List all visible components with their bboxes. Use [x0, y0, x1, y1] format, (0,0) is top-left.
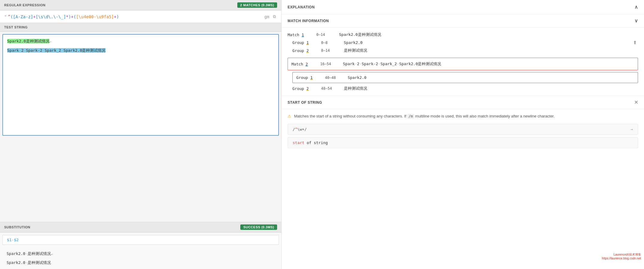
regex-caret: ^ — [8, 14, 10, 19]
watermark-line-1: Laurence的技术博客 — [602, 253, 641, 257]
sub-dollar-1: $1 — [7, 238, 12, 242]
group-1-2-row: Group 2 8–14 是种测试情况 — [288, 46, 633, 55]
match-2-label: Match 2 — [291, 62, 315, 66]
group-1-1-value: Spark2.0 — [344, 40, 363, 45]
group-1-1-row: Group 1 0–8 Spark2.0 — [288, 39, 633, 46]
sub-dollar-2: $2 — [14, 238, 19, 242]
match-1-label: Match 1 — [288, 33, 312, 37]
group-2-2-row: Group 2 48–54 是种测试情况 — [288, 84, 638, 93]
sub-output: Spark2.0·是种测试情况↵ Spark2.0·是种测试情况 — [0, 247, 281, 269]
match-info-label: MATCH INFORMATION — [288, 19, 329, 23]
match-1-value: Spark2.0是种测试情况 — [339, 32, 381, 37]
explanation-label: EXPLANATION — [288, 5, 315, 9]
sub-section-label: SUBSTITUTION — [4, 225, 30, 229]
regex-unicode: [\u4e00-\u9fa5] — [76, 14, 114, 19]
test-line-2: Spark·2·Spark-2·Spark_2·Spark2.0是种测试情况 — [7, 47, 274, 54]
group-2-1-range: 40–48 — [325, 76, 343, 80]
sos-content: ⚠ Matches the start of a string without … — [282, 109, 644, 152]
sub-header: SUBSTITUTION success (0.3ms) — [0, 222, 281, 233]
sub-section: SUBSTITUTION success (0.3ms) $1·$2 Spark… — [0, 222, 281, 269]
sub-output-line-1: Spark2.0·是种测试情况↵ — [7, 250, 275, 257]
regex-open-quote: " — [4, 14, 7, 19]
regex-section: REGULAR EXPRESSION 2 matches (0.3ms) " ^… — [0, 0, 281, 23]
match-2-range: 16–54 — [320, 62, 338, 66]
watermark: Laurence的技术博客 https://laurence.blog.csdn… — [602, 253, 641, 260]
match-2-value: Spark·2·Spark-2·Spark_2·Spark2.0是种测试情况 — [343, 61, 441, 67]
regex-bracket-2: [\s\d\.\-\_] — [36, 14, 66, 19]
right-panel: EXPLANATION ∧ MATCH INFORMATION ∨ Match … — [281, 0, 644, 269]
match-info-header: MATCH INFORMATION ∨ — [282, 14, 644, 27]
left-panel: REGULAR EXPRESSION 2 matches (0.3ms) " ^… — [0, 0, 281, 269]
sos-code-inline: /m — [407, 114, 414, 119]
regex-paren-open-2: ( — [74, 14, 76, 19]
group-1-2-range: 8–14 — [321, 48, 339, 53]
sos-header: START OF STRING ✕ — [282, 96, 644, 109]
group-1-1-label: Group 1 — [292, 40, 316, 45]
regex-paren-close-2: ) — [116, 14, 119, 19]
test-line-empty — [7, 45, 274, 47]
sos-close-icon[interactable]: ✕ — [634, 100, 638, 105]
sos-label: START OF STRING — [288, 100, 322, 105]
regex-input-row: " ^([A-Za-z]+[\s\d\.\-\_]*)+([\u4e00-\u9… — [0, 10, 281, 23]
match-badge: 2 matches (0.3ms) — [237, 2, 277, 8]
test-content[interactable]: Spark2.0是种测试情况↵ Spark·2·Spark-2·Spark_2·… — [2, 34, 279, 136]
sos-desc-1: Matches the start of a string without co… — [294, 114, 408, 118]
regex-header: REGULAR EXPRESSION 2 matches (0.3ms) — [0, 0, 281, 10]
sos-example-text: of string — [307, 140, 328, 145]
match-info-container: MATCH INFORMATION ∨ Match 1 0–14 Spark2.… — [282, 14, 644, 96]
sub-output-line-2: Spark2.0·是种测试情况 — [7, 259, 275, 266]
group-1-2-label: Group 2 — [292, 48, 316, 53]
group-2-1-row: Group 1 40–48 Spark2.0 — [296, 74, 634, 81]
match-2-highlight: Spark·2·Spark-2·Spark_2·Spark2.0是种测试情况 — [7, 48, 106, 53]
regex-star-1: * — [66, 14, 68, 19]
match-1-range: 0–14 — [316, 33, 334, 37]
group-2-2-label: Group 2 — [292, 86, 316, 91]
group-2-2-value: 是种测试情况 — [344, 86, 367, 91]
sos-arrow-icon[interactable]: → — [631, 127, 633, 132]
regex-plus-2: + — [71, 14, 73, 19]
match-1-row: Match 1 0–14 Spark2.0是种测试情况 — [288, 30, 633, 39]
group-2-2-range: 48–54 — [321, 86, 339, 91]
regex-paren-close-1: ) — [69, 14, 71, 19]
sos-example: start of string — [288, 137, 638, 148]
regex-content[interactable]: ^([A-Za-z]+[\s\d\.\-\_]*)+([\u4e00-\u9fa… — [8, 14, 262, 19]
regex-plus-1: + — [33, 14, 36, 19]
match-info-collapse-icon[interactable]: ∨ — [634, 18, 638, 24]
share-icon[interactable]: ⬆ — [633, 40, 637, 45]
regex-flags: gm — [264, 14, 269, 19]
test-header: TEST STRING — [0, 23, 281, 32]
group-2-1-label: Group 1 — [296, 75, 320, 80]
group-2-1-box: Group 1 40–48 Spark2.0 — [292, 72, 638, 83]
warning-icon: ⚠ — [288, 114, 291, 118]
regex-section-label: REGULAR EXPRESSION — [4, 3, 45, 7]
regex-plus-3: + — [114, 14, 116, 19]
copy-icon[interactable]: ⧉ — [272, 13, 277, 20]
group-1-2-value: 是种测试情况 — [344, 48, 367, 53]
sos-regex-code: /^\w+/ — [293, 127, 307, 132]
match-2-box: Match 2 16–54 Spark·2·Spark-2·Spark_2·Sp… — [288, 58, 638, 70]
watermark-line-2: https://laurence.blog.csdn.net — [602, 257, 641, 260]
sos-example-keyword: start — [293, 140, 304, 145]
group-2-1-value: Spark2.0 — [348, 75, 367, 80]
regex-bracket-1: [A-Za-z] — [13, 14, 33, 19]
match-1-highlight: Spark2.0是种测试情况 — [7, 39, 49, 43]
sos-section: START OF STRING ✕ ⚠ Matches the start of… — [282, 96, 644, 269]
sub-badge: success (0.3ms) — [240, 224, 277, 230]
test-section: TEST STRING Spark2.0是种测试情况↵ Spark·2·Spar… — [0, 23, 281, 222]
test-line-1: Spark2.0是种测试情况↵ — [7, 38, 274, 45]
sos-desc-2: multiline mode is used, this will also m… — [414, 114, 555, 118]
match-2-row: Match 2 16–54 Spark·2·Spark-2·Spark_2·Sp… — [291, 60, 634, 68]
sos-code-block: /^\w+/ → — [288, 124, 638, 135]
sub-input[interactable]: $1·$2 — [2, 235, 279, 245]
explanation-header: EXPLANATION ∧ — [282, 0, 644, 14]
group-1-1-range: 0–8 — [321, 41, 339, 45]
explanation-collapse-icon[interactable]: ∧ — [634, 4, 638, 10]
match-info-section: Match 1 0–14 Spark2.0是种测试情况 Group 1 0–8 … — [282, 27, 644, 96]
test-section-label: TEST STRING — [4, 25, 28, 29]
sos-description: ⚠ Matches the start of a string without … — [288, 113, 638, 120]
